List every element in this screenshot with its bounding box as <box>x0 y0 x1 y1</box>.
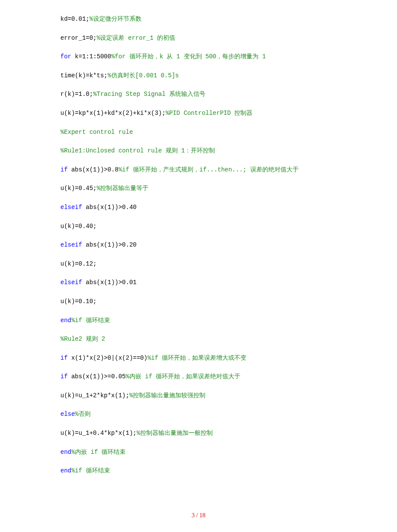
code-segment-plain: abs(x(1))>0.8 <box>68 166 119 173</box>
code-segment-comment: %仿真时长[0.001 0.5]s <box>107 72 179 79</box>
code-segment-plain: abs(x(1))>=0.05 <box>68 373 126 380</box>
code-segment-comment: %否则 <box>75 411 91 418</box>
code-line: for k=1:1:5000%for 循环开始，k 从 1 变化到 500，每步… <box>60 53 337 61</box>
code-segment-comment: %Rule2 规则 2 <box>60 336 105 342</box>
code-line: u(k)=0.45;%控制器输出量等于 <box>60 184 337 193</box>
code-segment-comment: %for 循环开始，k 从 1 变化到 500，每步的增量为 1 <box>111 53 266 60</box>
code-segment-comment: %控制器输出量施加一般控制 <box>136 430 212 437</box>
code-segment-plain: time(k)=k*ts; <box>60 72 107 79</box>
code-segment-keyword: end <box>60 467 71 474</box>
code-segment-comment: %设定误差 error_1 的初值 <box>97 35 175 41</box>
code-line: elseif abs(x(1))>0.20 <box>60 241 337 250</box>
code-line: u(k)=0.40; <box>60 222 337 231</box>
code-segment-plain: abs(x(1))>0.01 <box>82 279 136 286</box>
code-segment-keyword: for <box>60 53 71 60</box>
code-line: %Rule1:Unclosed control rule 规则 1：开环控制 <box>60 147 337 155</box>
code-segment-comment: %if 循环开始，如果误差增大或不变 <box>148 355 247 361</box>
code-line: end%内嵌 if 循环结束 <box>60 448 337 457</box>
code-segment-comment: %设定微分环节系数 <box>89 16 141 22</box>
code-segment-comment: %if 循环开始，产生式规则，if...then...; 误差的绝对值大于 <box>118 166 298 173</box>
code-segment-comment: %PID ControllerPID 控制器 <box>166 110 253 117</box>
code-segment-plain: u(k)=kp*x(1)+kd*x(2)+ki*x(3); <box>60 110 166 117</box>
code-segment-comment: %Tracing Step Signal 系统输入信号 <box>93 91 205 98</box>
code-line: else%否则 <box>60 410 337 419</box>
code-segment-comment: %控制器输出量等于 <box>97 185 148 192</box>
code-segment-keyword: elseif <box>60 204 82 211</box>
code-segment-plain: u(k)=0.40; <box>60 223 97 230</box>
code-segment-plain: k=1:1:5000 <box>71 53 111 60</box>
code-segment-comment: %if 循环结束 <box>71 317 110 324</box>
code-line: u(k)=u_1+2*kp*x(1);%控制器输出量施加较强控制 <box>60 392 337 400</box>
code-line: end%if 循环结束 <box>60 467 337 475</box>
code-line: error_1=0;%设定误差 error_1 的初值 <box>60 34 337 43</box>
code-segment-keyword: elseif <box>60 279 82 286</box>
code-line: end%if 循环结束 <box>60 317 337 325</box>
code-line: time(k)=k*ts;%仿真时长[0.001 0.5]s <box>60 72 337 80</box>
code-line: %Expert control rule <box>60 128 337 137</box>
code-segment-keyword: if <box>60 355 68 361</box>
code-segment-plain: abs(x(1))>0.40 <box>82 204 136 211</box>
code-segment-keyword: end <box>60 317 71 324</box>
code-segment-comment: %Rule1:Unclosed control rule 规则 1：开环控制 <box>60 147 215 154</box>
code-line: elseif abs(x(1))>0.01 <box>60 279 337 287</box>
code-line: u(k)=u_1+0.4*kp*x(1);%控制器输出量施加一般控制 <box>60 429 337 438</box>
code-segment-comment: %内嵌 if 循环开始，如果误差绝对值大于 <box>126 373 240 380</box>
code-segment-plain: x(1)*x(2)>0|(x(2)==0) <box>68 355 148 361</box>
code-segment-plain: u(k)=0.12; <box>60 260 97 267</box>
code-segment-plain: u(k)=0.10; <box>60 298 97 305</box>
code-segment-plain: u(k)=u_1+2*kp*x(1); <box>60 392 129 399</box>
code-line: elseif abs(x(1))>0.40 <box>60 203 337 212</box>
code-segment-plain: u(k)=u_1+0.4*kp*x(1); <box>60 430 136 437</box>
code-segment-keyword: if <box>60 373 68 380</box>
code-line: u(k)=0.12; <box>60 260 337 269</box>
code-line: %Rule2 规则 2 <box>60 335 337 344</box>
code-line: u(k)=kp*x(1)+kd*x(2)+ki*x(3);%PID Contro… <box>60 109 337 118</box>
code-segment-keyword: end <box>60 449 71 456</box>
code-line: if abs(x(1))>0.8%if 循环开始，产生式规则，if...then… <box>60 166 337 174</box>
code-segment-plain: u(k)=0.45; <box>60 185 97 192</box>
code-segment-comment: %控制器输出量施加较强控制 <box>129 392 205 399</box>
code-segment-plain: kd=0.01; <box>60 16 89 22</box>
code-segment-plain: r(k)=1.0; <box>60 91 93 98</box>
code-segment-keyword: if <box>60 166 68 173</box>
page-number: 3 / 18 <box>0 511 397 520</box>
code-line: u(k)=0.10; <box>60 298 337 306</box>
code-segment-comment: %if 循环结束 <box>71 467 110 474</box>
code-segment-plain: abs(x(1))>0.20 <box>82 241 136 248</box>
code-segment-comment: %内嵌 if 循环结束 <box>71 449 126 456</box>
code-line: if abs(x(1))>=0.05%内嵌 if 循环开始，如果误差绝对值大于 <box>60 373 337 381</box>
code-line: if x(1)*x(2)>0|(x(2)==0)%if 循环开始，如果误差增大或… <box>60 354 337 363</box>
code-segment-keyword: elseif <box>60 241 82 248</box>
code-line: kd=0.01;%设定微分环节系数 <box>60 15 337 24</box>
code-segment-comment: %Expert control rule <box>60 129 133 136</box>
code-segment-plain: error_1=0; <box>60 35 97 41</box>
code-content: kd=0.01;%设定微分环节系数error_1=0;%设定误差 error_1… <box>0 0 397 475</box>
code-segment-keyword: else <box>60 411 75 418</box>
code-line: r(k)=1.0;%Tracing Step Signal 系统输入信号 <box>60 90 337 99</box>
